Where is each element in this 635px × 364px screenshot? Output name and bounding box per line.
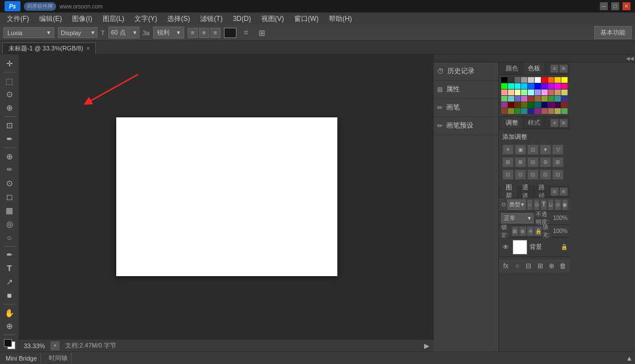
swatch-cell[interactable] bbox=[501, 96, 507, 101]
brush-panel-row[interactable]: ✏ 画笔 bbox=[434, 99, 498, 117]
anti-alias-dropdown[interactable]: 锐利 ▾ bbox=[153, 27, 184, 39]
swatch-cell[interactable] bbox=[548, 96, 554, 101]
lock-position-btn[interactable]: ✛ bbox=[527, 227, 534, 236]
panel-menu-button[interactable]: ≡ bbox=[551, 65, 558, 73]
swatch-cell[interactable] bbox=[554, 83, 561, 89]
swatch-cell[interactable] bbox=[501, 102, 507, 108]
menu-select[interactable]: 选择(S) bbox=[163, 13, 194, 25]
layers-panel-menu-button[interactable]: ≡ bbox=[551, 188, 558, 196]
font-size-input[interactable]: 60 点 ▾ bbox=[108, 27, 139, 39]
bottom-panel-expand-icon[interactable]: ▲ bbox=[626, 354, 633, 362]
swatch-cell[interactable] bbox=[515, 83, 521, 89]
swatch-cell[interactable] bbox=[508, 102, 514, 108]
swatch-cell[interactable] bbox=[561, 96, 568, 101]
channels-tab[interactable]: 通道 bbox=[518, 185, 534, 197]
swatch-cell[interactable] bbox=[535, 96, 541, 101]
close-tab-button[interactable]: × bbox=[87, 45, 90, 52]
crop-tool[interactable]: ⊡ bbox=[2, 118, 18, 132]
photo-filter-icon[interactable]: ⚙ bbox=[540, 157, 551, 167]
swatch-cell[interactable] bbox=[515, 90, 521, 95]
text-color-swatch[interactable] bbox=[224, 28, 236, 38]
layer-row[interactable]: 👁 背景 🔒 bbox=[499, 238, 570, 257]
color-balance-icon[interactable]: ⊠ bbox=[515, 157, 526, 167]
brush-preset-panel-row[interactable]: ✏ 画笔预设 bbox=[434, 117, 498, 135]
levels-icon[interactable]: ▣ bbox=[515, 145, 526, 155]
type-tool[interactable]: T bbox=[2, 261, 18, 275]
swatch-cell[interactable] bbox=[554, 90, 561, 95]
color-tab[interactable]: 颜色 bbox=[501, 62, 523, 74]
swatch-cell[interactable] bbox=[548, 83, 554, 89]
menu-edit[interactable]: 编辑(E) bbox=[35, 13, 66, 25]
menu-file[interactable]: 文件(F) bbox=[2, 13, 33, 25]
vibrance-icon[interactable]: ▽ bbox=[552, 145, 564, 155]
swatch-cell[interactable] bbox=[541, 96, 548, 101]
font-name-dropdown[interactable]: Luxia ▾ bbox=[3, 27, 54, 38]
select-rect-tool[interactable]: ⬚ bbox=[2, 74, 18, 88]
invert-icon[interactable]: ⊡ bbox=[552, 170, 564, 180]
menu-layer[interactable]: 图层(L) bbox=[98, 13, 129, 25]
menu-text[interactable]: 文字(Y) bbox=[130, 13, 162, 25]
basic-function-button[interactable]: 基本功能 bbox=[594, 26, 632, 39]
character-panel-button[interactable]: ⊞ bbox=[256, 27, 268, 39]
posterize-icon[interactable]: ⊡ bbox=[502, 170, 514, 180]
layer-filter-type-btn[interactable]: T bbox=[541, 200, 546, 210]
fill-value[interactable]: 100% bbox=[553, 228, 568, 234]
swatch-cell[interactable] bbox=[541, 77, 548, 83]
gradient-tool[interactable]: ▦ bbox=[2, 204, 18, 217]
swatch-cell[interactable] bbox=[528, 83, 534, 89]
swatch-cell[interactable] bbox=[554, 108, 561, 114]
clone-stamp-tool[interactable]: ⊙ bbox=[2, 176, 18, 190]
zoom-tool[interactable]: ⊕ bbox=[2, 320, 18, 333]
menu-help[interactable]: 帮助(H) bbox=[324, 13, 357, 25]
layer-mask-button[interactable]: ○ bbox=[513, 261, 522, 271]
align-left-button[interactable]: ≡ bbox=[188, 28, 198, 38]
brush-tool[interactable]: ✏ bbox=[2, 163, 18, 177]
swatch-cell[interactable] bbox=[554, 102, 561, 108]
font-style-dropdown[interactable]: Display ▾ bbox=[58, 27, 98, 38]
channel-mixer-icon[interactable]: ⊞ bbox=[552, 157, 564, 167]
swatch-cell[interactable] bbox=[541, 90, 548, 95]
swatch-cell[interactable] bbox=[541, 108, 548, 114]
swatch-cell[interactable] bbox=[535, 90, 541, 95]
paths-tab[interactable]: 路径 bbox=[534, 185, 551, 197]
menu-image[interactable]: 图像(I) bbox=[67, 13, 96, 25]
layer-kind-dropdown[interactable]: 类型▾ bbox=[507, 200, 526, 210]
lock-image-btn[interactable]: ⊕ bbox=[519, 227, 526, 236]
swatch-cell[interactable] bbox=[528, 102, 534, 108]
layer-fx-button[interactable]: fx bbox=[501, 261, 510, 271]
menu-filter[interactable]: 滤镜(T) bbox=[196, 13, 227, 25]
swatch-cell[interactable] bbox=[508, 77, 514, 83]
delete-layer-button[interactable]: 🗑 bbox=[558, 261, 568, 271]
menu-3d[interactable]: 3D(D) bbox=[228, 14, 256, 24]
properties-panel-row[interactable]: ⊞ 属性 bbox=[434, 81, 498, 99]
styles-tab[interactable]: 样式 bbox=[523, 117, 545, 129]
swatch-cell[interactable] bbox=[501, 108, 507, 114]
menu-view[interactable]: 视图(V) bbox=[257, 13, 289, 25]
warp-text-button[interactable]: ⌗ bbox=[240, 27, 252, 39]
swatch-cell[interactable] bbox=[561, 108, 568, 114]
blend-mode-dropdown[interactable]: 正常▾ bbox=[501, 213, 534, 223]
timeline-tab[interactable]: 时间轴 bbox=[45, 353, 71, 363]
swatch-cell[interactable] bbox=[535, 108, 541, 114]
close-button[interactable]: ✕ bbox=[623, 2, 630, 10]
bw-icon[interactable]: ⊟ bbox=[527, 157, 539, 167]
layer-filter-shape-btn[interactable]: ⊔ bbox=[548, 200, 553, 210]
swatch-cell[interactable] bbox=[515, 108, 521, 114]
swatch-cell[interactable] bbox=[501, 83, 507, 89]
exposure-icon[interactable]: ▼ bbox=[540, 145, 551, 155]
path-select-tool[interactable]: ↗ bbox=[2, 275, 18, 289]
layer-adjustment-button[interactable]: ⊟ bbox=[524, 261, 533, 271]
brightness-contrast-icon[interactable]: ☀ bbox=[502, 145, 514, 155]
swatch-cell[interactable] bbox=[508, 108, 514, 114]
lasso-tool[interactable]: ⊙ bbox=[2, 88, 18, 101]
swatch-cell[interactable] bbox=[521, 83, 527, 89]
swatch-cell[interactable] bbox=[541, 83, 548, 89]
eraser-tool[interactable]: ◻ bbox=[2, 190, 18, 204]
swatch-cell[interactable] bbox=[554, 96, 561, 101]
layer-visibility-button[interactable]: 👁 bbox=[501, 243, 510, 252]
new-layer-button[interactable]: ⊕ bbox=[547, 261, 556, 271]
hand-tool[interactable]: ✋ bbox=[2, 306, 18, 320]
swatch-cell[interactable] bbox=[508, 96, 514, 101]
active-document-tab[interactable]: 未标题-1 @ 33.3%(RGB/8) × bbox=[2, 43, 96, 54]
adj-panel-close-button[interactable]: ✕ bbox=[560, 119, 568, 127]
